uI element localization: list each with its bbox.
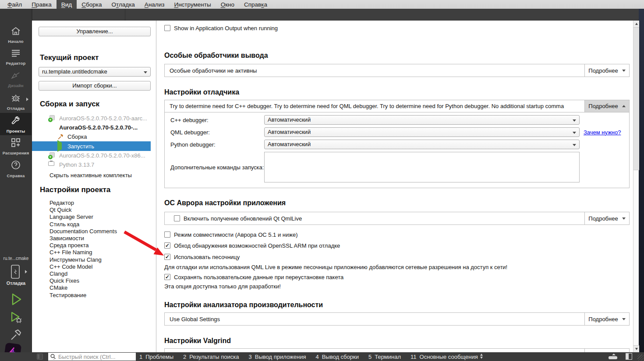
scroll-up-button[interactable]	[633, 21, 639, 28]
menu-debug[interactable]: Отладка	[106, 0, 139, 9]
details-button[interactable]: Подробнее	[584, 100, 629, 112]
kit-row-aarch[interactable]: + AuroraOS-5.2.0.70-5.2.0.70-aarc...	[32, 114, 156, 123]
mode-extensions[interactable]: Расширения	[0, 135, 32, 158]
menu-window[interactable]: Окно	[216, 0, 239, 9]
menu-analyze[interactable]: Анализ	[140, 0, 170, 9]
kit-row-python[interactable]: Python 3.13.7	[32, 160, 156, 169]
settings-item-quick-fixes[interactable]: Quick Fixes	[50, 277, 156, 284]
scrollbar-thumb[interactable]	[633, 28, 639, 170]
desktop-device-icon	[48, 161, 55, 168]
chevron-right-icon[interactable]	[25, 270, 27, 273]
cpp-debugger-combo[interactable]: Автоматический	[264, 115, 580, 125]
settings-item-file-naming[interactable]: C++ File Naming	[50, 249, 156, 256]
kit-row-x86[interactable]: + AuroraOS-5.2.0.70-5.2.0.70-x86...	[32, 151, 156, 160]
output-pane-toggle-icon[interactable]	[626, 353, 632, 360]
settings-item-code-model[interactable]: C++ Code Model	[50, 263, 156, 270]
compat-mode-checkbox[interactable]: Режим совместимости (Аврора ОС 5.1 и ниж…	[164, 231, 630, 238]
debugger-summary-text: Try to determine need for C++ debugger. …	[165, 103, 584, 109]
pane-general-messages[interactable]: 11Основные сообщения	[410, 354, 478, 360]
mode-debug[interactable]: Отладка	[0, 91, 32, 113]
menu-tools[interactable]: Инструменты	[169, 0, 216, 9]
openssl-bypass-checkbox[interactable]: Обход обнаружения возможностей OpenSSL A…	[164, 242, 630, 249]
settings-item-dependencies[interactable]: Зависимости	[50, 235, 156, 242]
menu-edit[interactable]: Правка	[27, 0, 57, 9]
kit-build-item[interactable]: Сборка	[32, 132, 156, 141]
menu-help[interactable]: Справка	[239, 0, 272, 9]
chevron-right-icon[interactable]	[26, 98, 28, 101]
scroll-down-button[interactable]	[633, 345, 639, 352]
valgrind-row	[164, 348, 630, 352]
details-button[interactable]: Подробнее	[584, 313, 629, 325]
debug-run-button[interactable]	[9, 310, 24, 326]
import-build-button[interactable]: Импорт сборки...	[39, 81, 151, 91]
phone-device-icon	[48, 124, 55, 131]
mode-edit[interactable]: Редактор	[0, 46, 32, 68]
output-handlers-summary: Особые обработчики не активны	[165, 67, 584, 74]
startup-commands-textarea[interactable]	[264, 152, 580, 182]
checkbox-icon[interactable]	[174, 215, 180, 221]
kit-selector-button[interactable]	[10, 264, 21, 279]
details-button[interactable]	[584, 349, 629, 352]
settings-item-environment[interactable]: Среда проекта	[50, 242, 156, 249]
settings-item-language-server[interactable]: Language Server	[50, 214, 156, 221]
settings-item-clang-tools[interactable]: Инструменты Clang	[50, 256, 156, 263]
manage-kits-button[interactable]: Управление...	[39, 27, 151, 36]
vertical-scrollbar[interactable]	[633, 21, 639, 352]
why-needed-link[interactable]: Зачем нужно?	[584, 129, 621, 136]
use-sandbox-checkbox[interactable]: Использовать песочницу	[164, 253, 630, 261]
status-bar: 1Проблемы 2Результаты поиска 3Вывод прил…	[0, 352, 644, 361]
checkbox-icon[interactable]	[164, 231, 170, 238]
settings-item-testing[interactable]: Тестирование	[50, 292, 156, 299]
pane-application-output[interactable]: 3Вывод приложения	[249, 354, 306, 360]
chevron-down-icon	[144, 71, 147, 74]
divider	[125, 9, 125, 21]
mode-projects[interactable]: Проекты	[0, 113, 32, 135]
build-button[interactable]	[9, 327, 24, 343]
resize-grip[interactable]	[637, 354, 644, 361]
settings-item-clangd[interactable]: Clangd	[50, 270, 156, 277]
checkbox-icon[interactable]	[164, 25, 170, 31]
mode-label: Дизайн	[8, 83, 23, 88]
menu-file[interactable]: Файл	[3, 0, 27, 9]
settings-item-qtquick[interactable]: Qt Quick	[50, 207, 156, 214]
qml-debugger-combo[interactable]: Автоматический	[264, 127, 580, 137]
project-combo[interactable]: ru.template.untitledcmake	[39, 67, 151, 77]
hide-inactive-kits-link[interactable]: Скрыть неактивные комплекты	[50, 172, 156, 179]
mode-welcome[interactable]: Начало	[0, 24, 32, 46]
pane-problems[interactable]: 1Проблемы	[139, 354, 173, 360]
details-button[interactable]: Подробнее	[584, 212, 629, 224]
checkbox-icon[interactable]	[164, 254, 170, 260]
settings-item-cmake[interactable]: CMake	[50, 284, 156, 291]
pane-search-results[interactable]: 2Результаты поиска	[183, 354, 239, 360]
triangle-down-icon	[480, 357, 483, 359]
mode-label: Отладка	[7, 106, 25, 111]
locator-search-box[interactable]	[48, 353, 136, 361]
toggle-sidebar-icon[interactable]	[37, 354, 43, 360]
keep-user-data-checkbox[interactable]: Сохранять пользовательские данные при пе…	[164, 273, 630, 281]
debugger-summary-row: Try to determine need for C++ debugger. …	[165, 100, 629, 112]
bug-icon	[10, 93, 21, 105]
settings-item-doc-comments[interactable]: Documentation Comments	[50, 228, 156, 235]
qmllive-checkbox-row[interactable]: Включить получение обновлений Qt QmlLive	[170, 214, 580, 222]
details-button[interactable]: Подробнее	[584, 64, 629, 77]
settings-item-code-style[interactable]: Стиль кода	[50, 221, 156, 228]
hammer-icon	[57, 133, 64, 140]
pane-compile-output[interactable]: 4Вывод сборки	[315, 354, 359, 360]
sandbox-note: Для отладки или использования QML Live в…	[164, 264, 630, 271]
settings-item-editor[interactable]: Редактор	[50, 200, 156, 207]
pane-terminal[interactable]: 5Терминал	[368, 354, 401, 360]
checkbox-icon[interactable]	[164, 274, 170, 280]
build-progress-details-button[interactable]	[608, 354, 619, 360]
menu-build[interactable]: Сборка	[77, 0, 106, 9]
run-button[interactable]	[9, 291, 24, 307]
python-debugger-combo[interactable]: Автоматический	[264, 140, 580, 149]
kit-run-item[interactable]: Запустить	[32, 141, 151, 151]
search-input[interactable]	[58, 354, 134, 360]
projects-panel: Управление... Текущий проект ru.template…	[32, 21, 156, 352]
kit-row-active[interactable]: AuroraOS-5.2.0.70-5.2.0.70-...	[32, 123, 156, 132]
pane-selector-arrows-icon[interactable]	[480, 354, 483, 359]
menu-view[interactable]: Вид	[57, 0, 77, 9]
checkbox-icon[interactable]	[164, 242, 170, 249]
show-in-app-output-checkbox[interactable]: Show in Application Output when running	[164, 24, 630, 32]
mode-help[interactable]: Справка	[0, 158, 32, 180]
